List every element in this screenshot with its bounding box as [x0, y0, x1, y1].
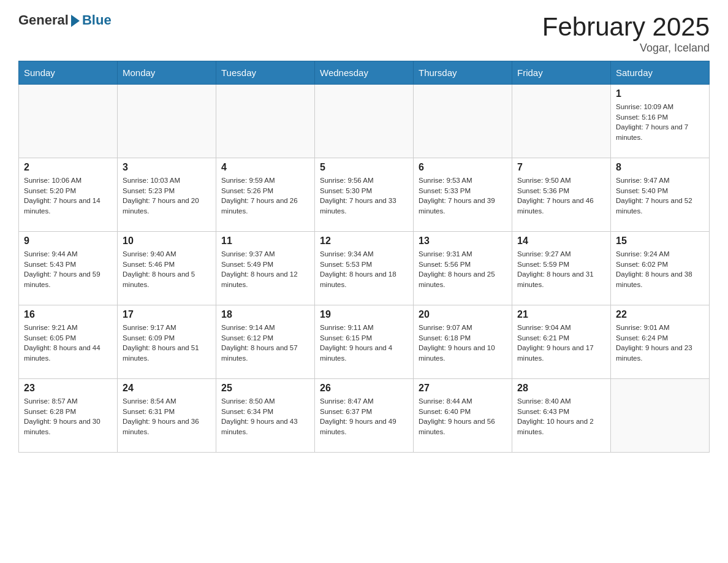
day-info: Sunrise: 9:11 AMSunset: 6:15 PMDaylight:…	[320, 323, 408, 364]
calendar-day-cell	[216, 85, 315, 158]
calendar-day-cell: 16Sunrise: 9:21 AMSunset: 6:05 PMDayligh…	[19, 305, 118, 379]
day-info: Sunrise: 8:50 AMSunset: 6:34 PMDaylight:…	[221, 396, 309, 437]
calendar-day-cell: 14Sunrise: 9:27 AMSunset: 5:59 PMDayligh…	[512, 232, 611, 305]
calendar-day-cell: 17Sunrise: 9:17 AMSunset: 6:09 PMDayligh…	[118, 305, 216, 379]
day-number: 9	[24, 236, 112, 247]
day-info: Sunrise: 8:54 AMSunset: 6:31 PMDaylight:…	[123, 396, 211, 437]
calendar-week-row: 1Sunrise: 10:09 AMSunset: 5:16 PMDayligh…	[19, 85, 710, 158]
day-number: 1	[616, 88, 704, 99]
calendar-day-cell: 8Sunrise: 9:47 AMSunset: 5:40 PMDaylight…	[611, 158, 710, 232]
logo: General Blue	[18, 12, 112, 28]
day-info: Sunrise: 10:09 AMSunset: 5:16 PMDaylight…	[616, 102, 704, 143]
header-wednesday: Wednesday	[315, 61, 414, 85]
day-number: 28	[517, 383, 605, 394]
day-info: Sunrise: 9:04 AMSunset: 6:21 PMDaylight:…	[517, 323, 605, 364]
day-number: 2	[24, 162, 112, 173]
day-info: Sunrise: 9:56 AMSunset: 5:30 PMDaylight:…	[320, 175, 408, 216]
calendar-day-cell: 15Sunrise: 9:24 AMSunset: 6:02 PMDayligh…	[611, 232, 710, 305]
day-number: 17	[123, 309, 211, 320]
day-info: Sunrise: 8:47 AMSunset: 6:37 PMDaylight:…	[320, 396, 408, 437]
header-saturday: Saturday	[611, 61, 710, 85]
day-number: 11	[221, 236, 309, 247]
calendar-day-cell: 13Sunrise: 9:31 AMSunset: 5:56 PMDayligh…	[414, 232, 512, 305]
calendar-day-cell: 3Sunrise: 10:03 AMSunset: 5:23 PMDayligh…	[118, 158, 216, 232]
day-info: Sunrise: 9:34 AMSunset: 5:53 PMDaylight:…	[320, 249, 408, 290]
header-tuesday: Tuesday	[216, 61, 315, 85]
calendar-day-cell: 23Sunrise: 8:57 AMSunset: 6:28 PMDayligh…	[19, 379, 118, 453]
header-sunday: Sunday	[19, 61, 118, 85]
calendar-day-cell: 9Sunrise: 9:44 AMSunset: 5:43 PMDaylight…	[19, 232, 118, 305]
day-info: Sunrise: 9:14 AMSunset: 6:12 PMDaylight:…	[221, 323, 309, 364]
calendar-day-cell: 7Sunrise: 9:50 AMSunset: 5:36 PMDaylight…	[512, 158, 611, 232]
calendar-day-cell	[315, 85, 414, 158]
location-label: Vogar, Iceland	[542, 42, 710, 55]
logo-general: General	[18, 12, 69, 28]
calendar-day-cell: 24Sunrise: 8:54 AMSunset: 6:31 PMDayligh…	[118, 379, 216, 453]
day-info: Sunrise: 9:59 AMSunset: 5:26 PMDaylight:…	[221, 175, 309, 216]
calendar-day-cell	[611, 379, 710, 453]
day-info: Sunrise: 8:40 AMSunset: 6:43 PMDaylight:…	[517, 396, 605, 437]
day-info: Sunrise: 10:03 AMSunset: 5:23 PMDaylight…	[123, 175, 211, 216]
calendar-day-cell: 6Sunrise: 9:53 AMSunset: 5:33 PMDaylight…	[414, 158, 512, 232]
calendar-day-cell: 19Sunrise: 9:11 AMSunset: 6:15 PMDayligh…	[315, 305, 414, 379]
day-info: Sunrise: 9:24 AMSunset: 6:02 PMDaylight:…	[616, 249, 704, 290]
calendar-table: SundayMondayTuesdayWednesdayThursdayFrid…	[18, 61, 710, 453]
day-number: 22	[616, 309, 704, 320]
day-number: 6	[419, 162, 507, 173]
day-number: 15	[616, 236, 704, 247]
page-header: General Blue February 2025 Vogar, Icelan…	[18, 12, 710, 55]
calendar-day-cell: 10Sunrise: 9:40 AMSunset: 5:46 PMDayligh…	[118, 232, 216, 305]
calendar-day-cell: 27Sunrise: 8:44 AMSunset: 6:40 PMDayligh…	[414, 379, 512, 453]
calendar-day-cell	[19, 85, 118, 158]
day-number: 27	[419, 383, 507, 394]
header-row: SundayMondayTuesdayWednesdayThursdayFrid…	[19, 61, 710, 85]
calendar-day-cell: 18Sunrise: 9:14 AMSunset: 6:12 PMDayligh…	[216, 305, 315, 379]
day-number: 8	[616, 162, 704, 173]
day-number: 16	[24, 309, 112, 320]
day-info: Sunrise: 9:47 AMSunset: 5:40 PMDaylight:…	[616, 175, 704, 216]
day-number: 12	[320, 236, 408, 247]
day-number: 19	[320, 309, 408, 320]
day-number: 10	[123, 236, 211, 247]
calendar-week-row: 16Sunrise: 9:21 AMSunset: 6:05 PMDayligh…	[19, 305, 710, 379]
day-number: 5	[320, 162, 408, 173]
calendar-day-cell: 11Sunrise: 9:37 AMSunset: 5:49 PMDayligh…	[216, 232, 315, 305]
calendar-day-cell: 25Sunrise: 8:50 AMSunset: 6:34 PMDayligh…	[216, 379, 315, 453]
calendar-day-cell: 12Sunrise: 9:34 AMSunset: 5:53 PMDayligh…	[315, 232, 414, 305]
day-number: 24	[123, 383, 211, 394]
day-info: Sunrise: 8:57 AMSunset: 6:28 PMDaylight:…	[24, 396, 112, 437]
day-info: Sunrise: 9:01 AMSunset: 6:24 PMDaylight:…	[616, 323, 704, 364]
calendar-week-row: 9Sunrise: 9:44 AMSunset: 5:43 PMDaylight…	[19, 232, 710, 305]
day-info: Sunrise: 9:17 AMSunset: 6:09 PMDaylight:…	[123, 323, 211, 364]
calendar-day-cell: 2Sunrise: 10:06 AMSunset: 5:20 PMDayligh…	[19, 158, 118, 232]
calendar-day-cell	[512, 85, 611, 158]
calendar-day-cell: 20Sunrise: 9:07 AMSunset: 6:18 PMDayligh…	[414, 305, 512, 379]
day-info: Sunrise: 9:44 AMSunset: 5:43 PMDaylight:…	[24, 249, 112, 290]
header-thursday: Thursday	[414, 61, 512, 85]
logo-arrow-icon	[71, 15, 80, 27]
day-number: 23	[24, 383, 112, 394]
calendar-day-cell	[118, 85, 216, 158]
day-info: Sunrise: 10:06 AMSunset: 5:20 PMDaylight…	[24, 175, 112, 216]
day-number: 20	[419, 309, 507, 320]
day-info: Sunrise: 9:21 AMSunset: 6:05 PMDaylight:…	[24, 323, 112, 364]
day-info: Sunrise: 9:40 AMSunset: 5:46 PMDaylight:…	[123, 249, 211, 290]
calendar-day-cell: 1Sunrise: 10:09 AMSunset: 5:16 PMDayligh…	[611, 85, 710, 158]
header-friday: Friday	[512, 61, 611, 85]
calendar-day-cell: 22Sunrise: 9:01 AMSunset: 6:24 PMDayligh…	[611, 305, 710, 379]
day-info: Sunrise: 9:27 AMSunset: 5:59 PMDaylight:…	[517, 249, 605, 290]
calendar-day-cell: 5Sunrise: 9:56 AMSunset: 5:30 PMDaylight…	[315, 158, 414, 232]
calendar-body: 1Sunrise: 10:09 AMSunset: 5:16 PMDayligh…	[19, 85, 710, 453]
title-block: February 2025 Vogar, Iceland	[542, 12, 710, 55]
calendar-week-row: 2Sunrise: 10:06 AMSunset: 5:20 PMDayligh…	[19, 158, 710, 232]
day-info: Sunrise: 8:44 AMSunset: 6:40 PMDaylight:…	[419, 396, 507, 437]
day-number: 25	[221, 383, 309, 394]
calendar-day-cell: 4Sunrise: 9:59 AMSunset: 5:26 PMDaylight…	[216, 158, 315, 232]
day-info: Sunrise: 9:53 AMSunset: 5:33 PMDaylight:…	[419, 175, 507, 216]
day-number: 13	[419, 236, 507, 247]
day-info: Sunrise: 9:37 AMSunset: 5:49 PMDaylight:…	[221, 249, 309, 290]
calendar-day-cell: 28Sunrise: 8:40 AMSunset: 6:43 PMDayligh…	[512, 379, 611, 453]
month-year-title: February 2025	[542, 12, 710, 42]
day-number: 3	[123, 162, 211, 173]
day-number: 14	[517, 236, 605, 247]
